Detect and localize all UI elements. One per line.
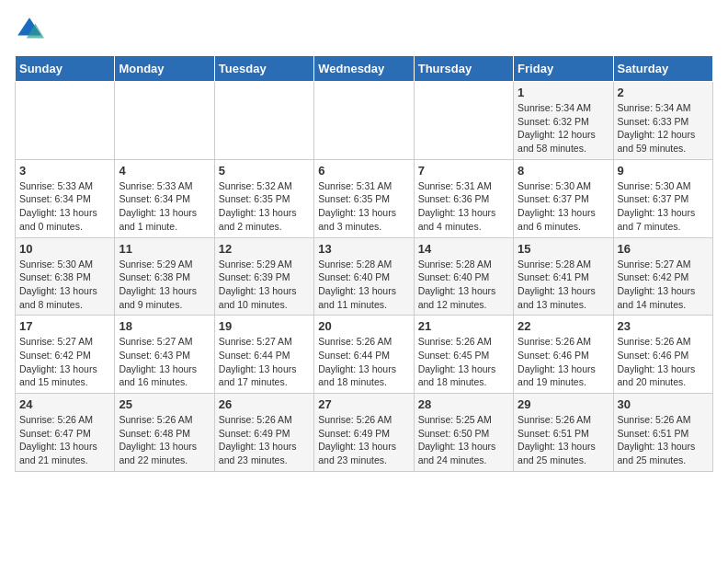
calendar-cell: 3Sunrise: 5:33 AMSunset: 6:34 PMDaylight… [16, 159, 115, 237]
day-number: 23 [618, 319, 709, 333]
calendar-cell [214, 82, 313, 160]
day-number: 13 [318, 242, 409, 256]
day-number: 18 [119, 319, 210, 333]
calendar-cell: 15Sunrise: 5:28 AMSunset: 6:41 PMDayligh… [514, 237, 613, 316]
calendar-cell [115, 82, 214, 160]
day-info: Sunrise: 5:25 AMSunset: 6:50 PMDaylight:… [418, 413, 509, 467]
day-number: 27 [318, 397, 409, 411]
calendar-cell: 18Sunrise: 5:27 AMSunset: 6:43 PMDayligh… [115, 316, 214, 394]
weekday-header-thursday: Thursday [414, 56, 513, 82]
calendar-cell: 16Sunrise: 5:27 AMSunset: 6:42 PMDayligh… [613, 237, 712, 316]
day-info: Sunrise: 5:29 AMSunset: 6:39 PMDaylight:… [219, 258, 310, 312]
day-info: Sunrise: 5:26 AMSunset: 6:49 PMDaylight:… [219, 413, 310, 467]
day-info: Sunrise: 5:31 AMSunset: 6:35 PMDaylight:… [318, 179, 409, 234]
calendar-cell: 27Sunrise: 5:26 AMSunset: 6:49 PMDayligh… [314, 394, 414, 472]
weekday-header-monday: Monday [115, 56, 214, 82]
day-info: Sunrise: 5:26 AMSunset: 6:45 PMDaylight:… [418, 335, 509, 389]
weekday-header-saturday: Saturday [613, 56, 712, 82]
day-number: 6 [318, 164, 409, 178]
day-info: Sunrise: 5:34 AMSunset: 6:33 PMDaylight:… [618, 101, 709, 155]
calendar-week-2: 3Sunrise: 5:33 AMSunset: 6:34 PMDaylight… [16, 159, 713, 237]
day-info: Sunrise: 5:26 AMSunset: 6:46 PMDaylight:… [518, 335, 609, 389]
calendar-week-4: 17Sunrise: 5:27 AMSunset: 6:42 PMDayligh… [16, 316, 713, 394]
day-info: Sunrise: 5:28 AMSunset: 6:40 PMDaylight:… [318, 258, 409, 312]
calendar-cell: 24Sunrise: 5:26 AMSunset: 6:47 PMDayligh… [16, 394, 115, 472]
logo-icon [15, 15, 44, 44]
day-number: 5 [219, 164, 310, 178]
day-number: 11 [119, 242, 210, 256]
calendar-cell: 4Sunrise: 5:33 AMSunset: 6:34 PMDaylight… [115, 159, 214, 237]
calendar-table: SundayMondayTuesdayWednesdayThursdayFrid… [15, 55, 713, 472]
calendar-cell: 19Sunrise: 5:27 AMSunset: 6:44 PMDayligh… [214, 316, 313, 394]
day-info: Sunrise: 5:33 AMSunset: 6:34 PMDaylight:… [19, 179, 110, 234]
calendar-cell [314, 82, 414, 160]
calendar-cell: 5Sunrise: 5:32 AMSunset: 6:35 PMDaylight… [214, 159, 313, 237]
day-info: Sunrise: 5:30 AMSunset: 6:37 PMDaylight:… [618, 179, 709, 234]
day-number: 26 [219, 397, 310, 411]
day-number: 4 [119, 164, 210, 178]
calendar-cell [16, 82, 115, 160]
day-number: 24 [19, 397, 110, 411]
day-info: Sunrise: 5:26 AMSunset: 6:47 PMDaylight:… [19, 413, 110, 467]
calendar-cell: 12Sunrise: 5:29 AMSunset: 6:39 PMDayligh… [214, 237, 313, 316]
calendar-cell: 20Sunrise: 5:26 AMSunset: 6:44 PMDayligh… [314, 316, 414, 394]
day-info: Sunrise: 5:29 AMSunset: 6:38 PMDaylight:… [119, 258, 210, 312]
calendar-cell: 25Sunrise: 5:26 AMSunset: 6:48 PMDayligh… [115, 394, 214, 472]
day-info: Sunrise: 5:27 AMSunset: 6:44 PMDaylight:… [219, 335, 310, 389]
day-number: 29 [518, 397, 609, 411]
day-number: 15 [518, 242, 609, 256]
logo [15, 15, 48, 44]
day-number: 10 [19, 242, 110, 256]
calendar-cell: 30Sunrise: 5:26 AMSunset: 6:51 PMDayligh… [613, 394, 712, 472]
calendar-week-3: 10Sunrise: 5:30 AMSunset: 6:38 PMDayligh… [16, 237, 713, 316]
day-number: 21 [418, 319, 509, 333]
day-info: Sunrise: 5:28 AMSunset: 6:40 PMDaylight:… [418, 258, 509, 312]
day-info: Sunrise: 5:26 AMSunset: 6:49 PMDaylight:… [318, 413, 409, 467]
calendar-cell: 29Sunrise: 5:26 AMSunset: 6:51 PMDayligh… [514, 394, 613, 472]
calendar-cell: 7Sunrise: 5:31 AMSunset: 6:36 PMDaylight… [414, 159, 513, 237]
weekday-header-row: SundayMondayTuesdayWednesdayThursdayFrid… [16, 56, 713, 82]
page-header [15, 15, 713, 44]
calendar-cell: 28Sunrise: 5:25 AMSunset: 6:50 PMDayligh… [414, 394, 513, 472]
day-info: Sunrise: 5:26 AMSunset: 6:46 PMDaylight:… [618, 335, 709, 389]
weekday-header-tuesday: Tuesday [214, 56, 313, 82]
calendar-cell: 6Sunrise: 5:31 AMSunset: 6:35 PMDaylight… [314, 159, 414, 237]
day-info: Sunrise: 5:31 AMSunset: 6:36 PMDaylight:… [418, 179, 509, 234]
day-number: 19 [219, 319, 310, 333]
day-info: Sunrise: 5:27 AMSunset: 6:43 PMDaylight:… [119, 335, 210, 389]
calendar-cell: 1Sunrise: 5:34 AMSunset: 6:32 PMDaylight… [514, 82, 613, 160]
day-number: 30 [618, 397, 709, 411]
calendar-cell: 13Sunrise: 5:28 AMSunset: 6:40 PMDayligh… [314, 237, 414, 316]
calendar-cell: 2Sunrise: 5:34 AMSunset: 6:33 PMDaylight… [613, 82, 712, 160]
day-number: 7 [418, 164, 509, 178]
calendar-week-1: 1Sunrise: 5:34 AMSunset: 6:32 PMDaylight… [16, 82, 713, 160]
day-info: Sunrise: 5:27 AMSunset: 6:42 PMDaylight:… [618, 258, 709, 312]
calendar-cell: 10Sunrise: 5:30 AMSunset: 6:38 PMDayligh… [16, 237, 115, 316]
day-number: 22 [518, 319, 609, 333]
day-info: Sunrise: 5:30 AMSunset: 6:37 PMDaylight:… [518, 179, 609, 234]
day-info: Sunrise: 5:26 AMSunset: 6:51 PMDaylight:… [518, 413, 609, 467]
day-info: Sunrise: 5:28 AMSunset: 6:41 PMDaylight:… [518, 258, 609, 312]
day-info: Sunrise: 5:30 AMSunset: 6:38 PMDaylight:… [19, 258, 110, 312]
day-number: 1 [518, 86, 609, 99]
weekday-header-friday: Friday [514, 56, 613, 82]
calendar-cell: 26Sunrise: 5:26 AMSunset: 6:49 PMDayligh… [214, 394, 313, 472]
calendar-cell: 17Sunrise: 5:27 AMSunset: 6:42 PMDayligh… [16, 316, 115, 394]
day-number: 25 [119, 397, 210, 411]
calendar-cell: 22Sunrise: 5:26 AMSunset: 6:46 PMDayligh… [514, 316, 613, 394]
calendar-cell: 11Sunrise: 5:29 AMSunset: 6:38 PMDayligh… [115, 237, 214, 316]
calendar-cell: 14Sunrise: 5:28 AMSunset: 6:40 PMDayligh… [414, 237, 513, 316]
day-number: 20 [318, 319, 409, 333]
day-info: Sunrise: 5:26 AMSunset: 6:44 PMDaylight:… [318, 335, 409, 389]
calendar-cell: 23Sunrise: 5:26 AMSunset: 6:46 PMDayligh… [613, 316, 712, 394]
day-number: 17 [19, 319, 110, 333]
day-number: 3 [19, 164, 110, 178]
weekday-header-wednesday: Wednesday [314, 56, 414, 82]
weekday-header-sunday: Sunday [16, 56, 115, 82]
calendar-cell: 21Sunrise: 5:26 AMSunset: 6:45 PMDayligh… [414, 316, 513, 394]
day-info: Sunrise: 5:26 AMSunset: 6:48 PMDaylight:… [119, 413, 210, 467]
day-info: Sunrise: 5:27 AMSunset: 6:42 PMDaylight:… [19, 335, 110, 389]
day-info: Sunrise: 5:34 AMSunset: 6:32 PMDaylight:… [518, 101, 609, 155]
day-number: 12 [219, 242, 310, 256]
day-number: 8 [518, 164, 609, 178]
